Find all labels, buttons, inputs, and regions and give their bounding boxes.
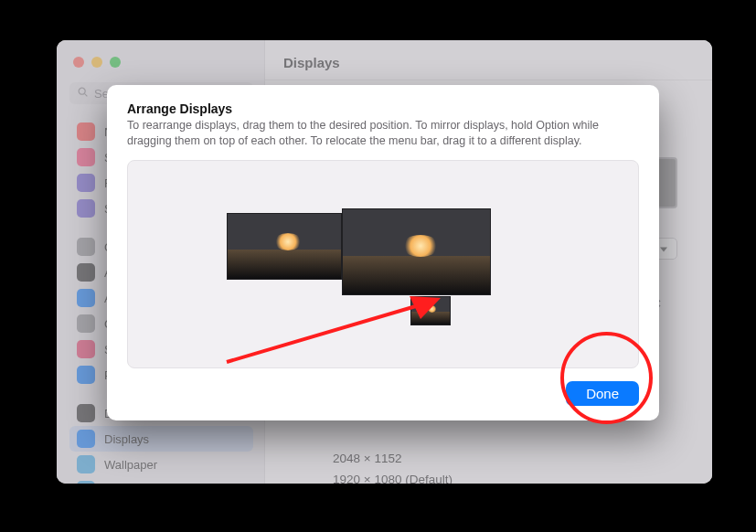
sidebar-item-icon — [77, 340, 95, 358]
minimize-window-button[interactable] — [91, 57, 102, 68]
page-title: Displays — [265, 40, 712, 80]
close-window-button[interactable] — [73, 57, 84, 68]
done-button[interactable]: Done — [566, 381, 639, 406]
arrange-canvas[interactable] — [127, 160, 639, 368]
sidebar-item-label: Displays — [104, 432, 149, 446]
zoom-window-button[interactable] — [110, 57, 121, 68]
external-display-1[interactable] — [227, 213, 342, 280]
resolution-option[interactable]: 1920 × 1080 (Default) — [333, 469, 453, 484]
sidebar-item-icon — [77, 148, 95, 166]
sidebar-item-icon — [77, 455, 95, 473]
sheet-description: To rearrange displays, drag them to the … — [127, 118, 639, 149]
sidebar-item-label: Wallpaper — [104, 458, 157, 472]
sidebar-item-icon — [77, 238, 95, 256]
builtin-display[interactable] — [410, 296, 451, 325]
chevron-down-icon — [660, 241, 667, 256]
search-icon — [77, 86, 89, 101]
sidebar-item-icon — [77, 263, 95, 282]
svg-point-0 — [79, 88, 85, 94]
sidebar-item-wallpaper[interactable]: Wallpaper — [69, 452, 253, 477]
sidebar-item-icon — [77, 366, 95, 384]
sidebar-item-label: Screen Saver — [104, 484, 176, 484]
sidebar-item-icon — [77, 314, 95, 333]
sidebar-item-displays[interactable]: Displays — [69, 426, 253, 452]
sidebar-item-icon — [77, 404, 95, 422]
sidebar-item-icon — [77, 481, 95, 484]
sheet-title: Arrange Displays — [127, 101, 639, 116]
external-display-2[interactable] — [342, 208, 491, 295]
sidebar-item-icon — [77, 199, 95, 218]
resolution-option[interactable]: 2048 × 1152 — [333, 448, 453, 469]
sidebar-item-icon — [77, 122, 95, 141]
sidebar-item-icon — [77, 174, 95, 192]
svg-line-1 — [84, 93, 87, 96]
resolution-list: 2048 × 1152 1920 × 1080 (Default) — [333, 448, 453, 484]
sidebar-item-icon — [77, 289, 95, 307]
sidebar-item-screen-saver[interactable]: Screen Saver — [69, 477, 253, 484]
window-controls — [69, 57, 253, 68]
sidebar-item-icon — [77, 430, 95, 448]
arrange-displays-sheet: Arrange Displays To rearrange displays, … — [107, 85, 659, 420]
